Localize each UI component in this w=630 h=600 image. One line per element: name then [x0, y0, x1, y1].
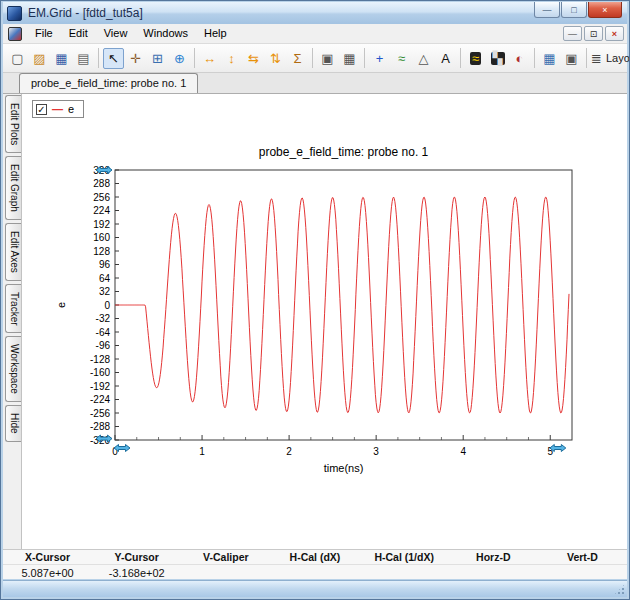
sidebar-tab-edit-axes[interactable]: Edit Axes — [5, 223, 21, 281]
text-annotation-button[interactable]: A — [435, 48, 456, 69]
menu-edit[interactable]: Edit — [61, 24, 96, 43]
fft-icon: ≈ — [470, 52, 481, 65]
curve-fit-button[interactable]: ≈ — [391, 48, 412, 69]
chart-title: probe_e_field_time: probe no. 1 — [259, 145, 429, 159]
readout-value-vert-d — [538, 565, 627, 580]
new-file-button[interactable]: ▢ — [7, 48, 28, 69]
svg-text:2: 2 — [286, 446, 292, 457]
pan-hand-button[interactable]: ✛ — [125, 48, 146, 69]
fit-vertical-button[interactable]: ↕ — [221, 48, 242, 69]
sidebar-tab-hide[interactable]: Hide — [5, 405, 21, 442]
cascade-windows-button[interactable]: ▣ — [317, 48, 338, 69]
maximize-button[interactable]: □ — [561, 2, 587, 18]
menu-items: FileEditViewWindowsHelp — [27, 24, 235, 43]
readout-value-y-cursor: -3.168e+02 — [92, 565, 181, 580]
svg-text:-64: -64 — [96, 327, 111, 338]
open-folder-icon: ▨ — [33, 52, 45, 65]
markers-button[interactable]: △ — [413, 48, 434, 69]
autoscale-icon: Σ — [293, 52, 301, 65]
document-tab-bar: probe_e_field_time: probe no. 1 — [3, 73, 627, 94]
select-cursor-button[interactable]: ↖ — [103, 48, 124, 69]
phase-plot-button[interactable]: ◐ — [509, 48, 530, 69]
text-annotation-icon: A — [441, 52, 450, 65]
svg-text:160: 160 — [93, 232, 110, 243]
tile-windows-button[interactable]: ▦ — [339, 48, 360, 69]
print-button[interactable]: ▤ — [73, 48, 94, 69]
mdi-restore-button[interactable]: ⊡ — [584, 26, 603, 41]
document-icon — [8, 27, 22, 41]
x-axis-label: time(ns) — [324, 462, 364, 474]
grid-toggle-button[interactable]: ▦ — [539, 48, 560, 69]
readout-header-h-cal-1-dx: H-Cal (1/dX) — [360, 550, 449, 565]
mdi-close-button[interactable]: × — [605, 26, 624, 41]
readout-header-horz-d: Horz-D — [449, 550, 538, 565]
mdi-minimize-button[interactable]: — — [563, 26, 582, 41]
tile-windows-icon: ▦ — [343, 52, 355, 65]
svg-text:224: 224 — [93, 205, 110, 216]
save-button[interactable]: ▦ — [51, 48, 72, 69]
title-bar[interactable]: EM.Grid - [fdtd_tut5a] — □ × — [3, 2, 627, 24]
readout-value-x-cursor: 5.087e+00 — [3, 565, 92, 580]
readout-header-h-cal-dx: H-Cal (dX) — [270, 550, 359, 565]
add-cursor-button[interactable]: + — [369, 48, 390, 69]
sidebar-tab-edit-graph[interactable]: Edit Graph — [5, 156, 21, 220]
toolbar-separator — [460, 48, 461, 68]
sidebar-tab-tracker[interactable]: Tracker — [5, 284, 21, 334]
readout-header-vert-d: Vert-D — [538, 550, 627, 565]
layout-icon: ≣ — [591, 51, 602, 66]
fft-button[interactable]: ≈ — [465, 48, 486, 69]
fit-horizontal-button[interactable]: ↔ — [199, 48, 220, 69]
svg-text:256: 256 — [93, 192, 110, 203]
markers-icon: △ — [419, 52, 429, 65]
close-button[interactable]: × — [588, 2, 622, 18]
curve-fit-icon: ≈ — [398, 52, 405, 65]
tab-probe-e-field-time[interactable]: probe_e_field_time: probe no. 1 — [19, 73, 198, 93]
menu-windows[interactable]: Windows — [135, 24, 196, 43]
menu-help[interactable]: Help — [196, 24, 235, 43]
content-area: Edit PlotsEdit GraphEdit AxesTrackerWork… — [3, 94, 627, 549]
svg-text:-96: -96 — [96, 340, 111, 351]
window-title: EM.Grid - [fdtd_tut5a] — [28, 6, 143, 20]
toolbar-separator — [98, 48, 99, 68]
svg-text:3: 3 — [373, 446, 379, 457]
readout-value-h-cal-1-dx — [360, 565, 449, 580]
sidebar-tab-edit-plots[interactable]: Edit Plots — [5, 95, 21, 153]
toolbar: ▢▨▦▤↖✛⊞⊕↔↕⇆⇅Σ▣▦+≈△A≈▚◐▦▣≣Layou — [3, 44, 627, 73]
toolbar-separator — [586, 48, 587, 68]
plot-area[interactable]: probe_e_field_time: probe no. 1etime(ns)… — [47, 136, 612, 491]
scroll-horizontal-button[interactable]: ⇆ — [243, 48, 264, 69]
menu-view[interactable]: View — [96, 24, 136, 43]
readout-value-h-cal-dx — [270, 565, 359, 580]
legend-toggle-button[interactable]: ▣ — [561, 48, 582, 69]
scroll-vertical-button[interactable]: ⇅ — [265, 48, 286, 69]
layout-button[interactable]: ≣Layou — [591, 51, 630, 66]
scroll-vertical-icon: ⇅ — [270, 52, 281, 65]
readout-header-v-caliper: V-Caliper — [181, 550, 270, 565]
new-file-icon: ▢ — [11, 52, 23, 65]
resize-grip-icon[interactable] — [613, 583, 626, 596]
minimize-button[interactable]: — — [534, 2, 560, 18]
x-origin-handle[interactable] — [114, 445, 130, 452]
zoom-in-button[interactable]: ⊕ — [169, 48, 190, 69]
sidebar-tab-workspace[interactable]: Workspace — [5, 336, 21, 402]
scroll-horizontal-icon: ⇆ — [248, 52, 259, 65]
svg-text:-128: -128 — [90, 354, 110, 365]
svg-text:32: 32 — [99, 286, 111, 297]
zoom-window-button[interactable]: ⊞ — [147, 48, 168, 69]
legend-toggle-icon: ▣ — [565, 52, 577, 65]
readout-header-y-cursor: Y-Cursor — [92, 550, 181, 565]
toolbar-separator — [534, 48, 535, 68]
print-icon: ▤ — [77, 52, 89, 65]
x-cursor-handle[interactable] — [550, 445, 566, 452]
autoscale-button[interactable]: Σ — [287, 48, 308, 69]
open-folder-button[interactable]: ▨ — [29, 48, 50, 69]
svg-text:-160: -160 — [90, 367, 110, 378]
menu-file[interactable]: File — [27, 24, 61, 43]
app-window: EM.Grid - [fdtd_tut5a] — □ × FileEditVie… — [0, 0, 630, 600]
spectrum-button[interactable]: ▚ — [487, 48, 508, 69]
sidebar-vertical-tabs: Edit PlotsEdit GraphEdit AxesTrackerWork… — [3, 94, 21, 549]
save-icon: ▦ — [55, 52, 67, 65]
cursor-readout-table: X-CursorY-CursorV-CaliperH-Cal (dX)H-Cal… — [3, 549, 627, 579]
svg-text:-256: -256 — [90, 408, 110, 419]
legend-checkbox[interactable]: ✓ — [36, 104, 47, 115]
